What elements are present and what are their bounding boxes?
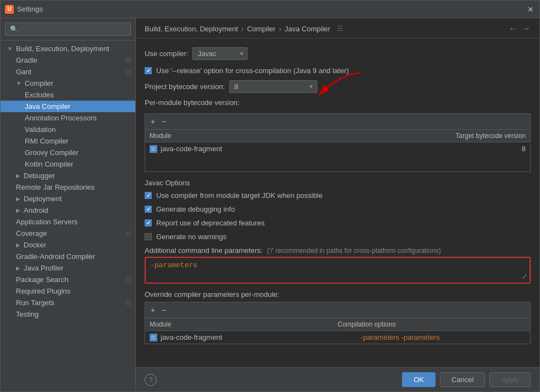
sidebar-item-label: Gant [16, 68, 31, 76]
sidebar-item-build-exec[interactable]: ▼ Build, Execution, Deployment [1, 43, 135, 54]
override-module-name: java-code-fragment [161, 333, 361, 341]
sidebar-item-compiler[interactable]: ▼ Compiler [1, 78, 135, 89]
javac-cb-4[interactable] [145, 233, 152, 240]
breadcrumb-part-2: Compiler [247, 25, 275, 33]
javac-cb-2[interactable]: ✓ [145, 206, 152, 213]
sidebar-item-label: Kotlin Compiler [25, 160, 73, 168]
javac-cb-3[interactable]: ✓ [145, 219, 152, 227]
sidebar-item-label: Build, Execution, Deployment [16, 45, 109, 53]
add-override-button[interactable]: + [148, 305, 157, 316]
app-icon: U [5, 5, 14, 14]
breadcrumb-icon: ☰ [337, 25, 343, 32]
back-button[interactable]: ← [509, 24, 517, 34]
sidebar-item-run-targets[interactable]: Run Targets ▤ [1, 297, 135, 308]
sidebar-item-label: Testing [16, 310, 38, 318]
sidebar-item-gradle-android[interactable]: Gradle-Android Compiler [1, 251, 135, 262]
sidebar-item-gradle[interactable]: Gradle ▤ [1, 54, 135, 66]
window-controls: ✕ [526, 5, 535, 14]
additional-cmd-header: Additional command line parameters: ('/'… [145, 246, 531, 255]
sidebar-item-required-plugins[interactable]: Required Plugins [1, 285, 135, 297]
sidebar-item-package-search[interactable]: Package Search ▤ [1, 274, 135, 285]
sidebar-item-label: Remote Jar Repositories [16, 183, 95, 191]
sidebar-item-java-profiler[interactable]: ▶ Java Profiler [1, 262, 135, 274]
per-module-label: Per-module bytecode version: [145, 98, 240, 107]
sidebar-item-groovy-compiler[interactable]: Groovy Compiler [1, 147, 135, 158]
expand-button[interactable]: ⤢ [522, 273, 527, 280]
add-module-button[interactable]: + [148, 116, 157, 127]
remove-override-button[interactable]: − [159, 305, 168, 316]
expand-icon: ▶ [16, 196, 20, 202]
sidebar-item-label: Annotation Processors [25, 114, 97, 122]
module-icon-symbol: ◫ [151, 146, 156, 151]
override-table-header: Module Compilation options [145, 318, 530, 331]
sidebar-item-remote-jar[interactable]: Remote Jar Repositories [1, 181, 135, 193]
apply-button[interactable]: Apply [489, 372, 531, 387]
sidebar-item-java-compiler[interactable]: Java Compiler [1, 101, 135, 112]
sidebar-item-label: Gradle [16, 56, 37, 64]
sidebar-item-label: Debugger [24, 172, 55, 180]
remove-module-button[interactable]: − [159, 116, 168, 127]
sidebar-item-label: Groovy Compiler [25, 148, 79, 157]
javac-cb-3-label: Report use of deprecated features [156, 219, 265, 227]
search-box [1, 18, 135, 41]
javac-section-title: Javac Options [145, 179, 531, 187]
title-bar: U Settings ✕ [1, 1, 539, 18]
module-name: java-code-fragment [161, 145, 427, 153]
sidebar-item-docker[interactable]: ▶ Docker [1, 239, 135, 251]
breadcrumb-part-1: Build, Execution, Deployment [145, 25, 238, 33]
override-table-toolbar: + − [145, 302, 530, 318]
compiler-label: Use compiler: [145, 49, 188, 58]
override-options-col: Compilation options [338, 321, 526, 328]
sidebar-item-deployment[interactable]: ▶ Deployment [1, 193, 135, 205]
expand-icon: ▶ [16, 173, 20, 179]
main-content: ▼ Build, Execution, Deployment Gradle ▤ … [1, 18, 539, 391]
cmd-input-wrapper: -parameters ⤢ [145, 257, 531, 284]
sidebar-item-label: Package Search [16, 275, 68, 284]
javac-cb-1[interactable]: ✓ [145, 192, 152, 199]
sidebar-item-label: Gradle-Android Compiler [16, 252, 95, 261]
additional-cmd-label: Additional command line parameters: [145, 246, 263, 255]
settings-content: Use compiler: Javac Eclipse Ajc ▼ ✓ [136, 38, 539, 367]
compiler-select-wrapper: Javac Eclipse Ajc ▼ [192, 47, 247, 60]
bytecode-select[interactable]: 8 11 17 [229, 80, 317, 93]
module-table-header: Module Target bytecode version [145, 130, 530, 142]
sidebar-item-label: Excludes [25, 91, 54, 99]
module-icon: ◫ [150, 145, 157, 153]
expand-icon: ▼ [16, 80, 21, 86]
sidebar-item-label: Required Plugins [16, 287, 70, 295]
override-compilation-options: -parameters -parameters [361, 333, 526, 341]
cancel-button[interactable]: Cancel [440, 372, 485, 387]
settings-window: U Settings ✕ ▼ Build, Execution, Deploym… [0, 0, 540, 392]
main-panel: Build, Execution, Deployment › Compiler … [136, 18, 539, 391]
compiler-select[interactable]: Javac Eclipse Ajc [192, 47, 247, 60]
sidebar-item-rmi-compiler[interactable]: RMI Compiler [1, 135, 135, 147]
override-module-icon: ◫ [150, 334, 157, 341]
breadcrumb: Build, Execution, Deployment › Compiler … [136, 18, 539, 38]
sidebar-item-coverage[interactable]: Coverage ▤ [1, 228, 135, 239]
close-button[interactable]: ✕ [526, 5, 535, 14]
sidebar-item-annotation-processors[interactable]: Annotation Processors [1, 112, 135, 124]
override-label: Override compiler parameters per-module: [145, 290, 531, 299]
sidebar-item-kotlin-compiler[interactable]: Kotlin Compiler [1, 158, 135, 170]
sidebar-item-debugger[interactable]: ▶ Debugger [1, 170, 135, 181]
search-input[interactable] [5, 23, 131, 36]
module-col-header: Module [150, 132, 427, 140]
bytecode-row: Project bytecode version: 8 11 17 ▼ [145, 80, 531, 93]
sidebar-item-label: Deployment [24, 195, 62, 203]
sidebar-item-android[interactable]: ▶ Android [1, 205, 135, 216]
forward-button[interactable]: → [522, 24, 531, 34]
sidebar-item-validation[interactable]: Validation [1, 124, 135, 135]
ok-button[interactable]: OK [402, 372, 436, 387]
sidebar-item-label: Java Compiler [25, 102, 70, 111]
javac-cb-1-row: ✓ Use compiler from module target JDK wh… [145, 191, 531, 200]
sidebar-item-gant[interactable]: Gant ▤ [1, 66, 135, 78]
release-label: Use '--release' option for cross-compila… [156, 67, 349, 75]
sidebar-item-excludes[interactable]: Excludes [1, 89, 135, 101]
sidebar-item-testing[interactable]: Testing [1, 308, 135, 320]
window-title: Settings [17, 5, 526, 13]
override-section: Override compiler parameters per-module:… [145, 290, 531, 344]
cmd-input[interactable]: -parameters [146, 258, 530, 281]
release-checkbox[interactable]: ✓ [145, 67, 152, 74]
help-button[interactable]: ? [145, 374, 157, 386]
sidebar-item-application-servers[interactable]: Application Servers [1, 216, 135, 228]
